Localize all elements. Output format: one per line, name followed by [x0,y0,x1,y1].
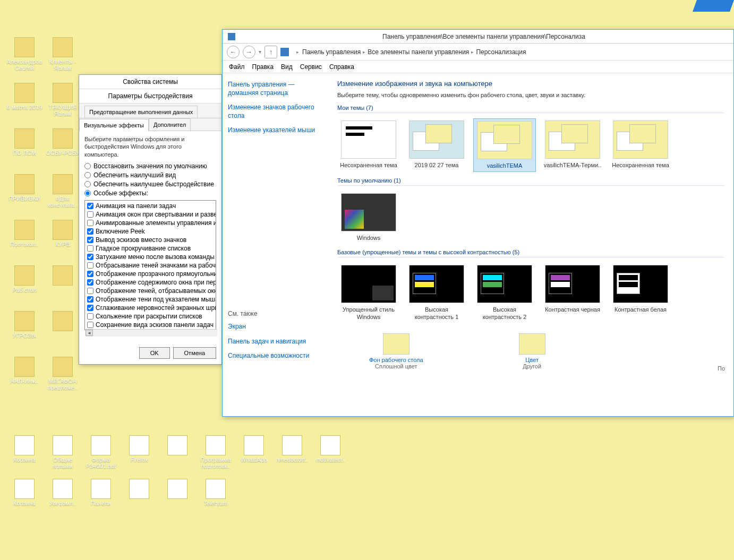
menu-file[interactable]: Файл [229,63,245,71]
cancel-button[interactable]: Отмена [173,347,216,359]
desktop-icon[interactable]: WhatsApp [235,435,273,471]
menu-help[interactable]: Справка [329,63,354,71]
desktop-icon-grid-bottom: КорзинаОбщие ярлыкиФорма Р34001.pdfFiref… [5,435,388,471]
tab-advanced[interactable]: Дополнител [149,118,191,131]
desktop-icon[interactable]: Панели [82,479,120,515]
visual-effect-checkbox[interactable]: Отображение содержимого окна при перетас… [86,278,215,287]
folder-icon [206,479,226,499]
visual-effect-checkbox[interactable]: Отображение теней, отбрасываемых окнами [86,287,215,295]
visual-effect-checkbox[interactable]: Включение Peek [86,227,215,236]
radio-best-appearance[interactable]: Обеспечить наилучший вид [84,171,216,179]
visual-effect-checkbox[interactable]: Анимация окон при свертывании и разверты… [86,210,215,219]
sidebar-mouse-pointers[interactable]: Изменение указателей мыши [228,126,323,135]
desktop-icon[interactable]: ПРИВИВКИ [5,174,44,210]
sidebar-desktop-icons[interactable]: Изменение значков рабочего стола [228,104,323,120]
more-label: По [718,365,725,372]
desktop-icon[interactable] [120,479,158,515]
desktop-icon[interactable] [158,479,197,515]
visual-effect-checkbox[interactable]: Вывод эскизов вместо значков [86,236,215,244]
radio-custom[interactable]: Особые эффекты: [84,189,216,197]
sidebar-home[interactable]: Панель управления — домашняя страница [228,81,323,97]
desktop-icon[interactable]: ННЛ-Инж.. [5,357,44,393]
visual-effect-checkbox[interactable]: Анимация на панели задач [86,202,215,210]
visual-effects-checklist[interactable]: Анимация на панели задачАнимация окон пр… [84,200,216,330]
sidebar-taskbar[interactable]: Панель задач и навигация [228,338,323,346]
desktop-icon[interactable]: Корзина [5,435,44,471]
back-button[interactable]: ← [227,46,240,58]
radio-restore-defaults[interactable]: Восстановить значения по умолчанию [84,162,216,170]
theme-item[interactable]: Высокая контрастность 2 [473,263,536,322]
desktop-icon[interactable]: ТЕКУЩИЕ Ярлык [44,83,82,119]
desktop-icon[interactable]: Программа подготовк.. [197,435,235,471]
tab-dep[interactable]: Предотвращение выполнения данных [84,106,198,118]
visual-effect-checkbox[interactable]: Гладкое прокручивание списков [86,244,215,253]
desktop-icon-grid-left: Александров СергейКлиенты - Ярлык6 марта… [5,37,82,393]
desktop-background-control[interactable]: Фон рабочего стола Сплошной цвет [369,333,423,372]
theme-item[interactable]: Контрастная белая [609,263,672,322]
theme-item[interactable]: 2019 02 27 тема [405,118,468,172]
theme-windows[interactable]: Windows [337,191,400,244]
up-button[interactable]: ↑ [264,46,277,58]
desktop-icon[interactable]: Firefox [120,435,158,471]
icon-label: УГРОЗЫ [13,332,37,339]
desktop-icon[interactable]: Telegram [197,479,235,515]
desktop-icon[interactable]: Протокол.. [5,220,44,256]
bc-control-panel[interactable]: Панель управления [302,48,361,56]
desktop-icon[interactable]: Уведомл.. [44,479,82,515]
desktop-icon[interactable]: УГРОЗЫ [5,311,44,347]
desktop-icon[interactable]: #Для консульта.. [44,174,82,210]
desktop-icon[interactable] [44,265,82,301]
visual-effect-checkbox[interactable]: Отображение тени под указателем мыши [86,295,215,304]
icon-label: ОСБУ-РСБУ [46,150,79,156]
visual-effect-checkbox[interactable]: Скольжение при раскрытии списков [86,312,215,321]
scroll-left-button[interactable]: ◄ [86,330,93,336]
desktop-icon[interactable]: Корзина [5,479,44,515]
desktop-icon[interactable]: КУРВ [44,220,82,256]
recent-dropdown[interactable]: ▾ [259,49,261,55]
desktop-icon[interactable] [44,311,82,347]
more-control[interactable]: По [718,333,725,372]
visual-effect-checkbox[interactable]: Отбрасывание теней значками на рабочем с… [86,261,215,270]
horizontal-scrollbar[interactable]: ◄ [86,329,217,337]
folder-icon [53,311,73,331]
color-control[interactable]: Цвет Другой [519,333,545,372]
desktop-icon[interactable]: Раб.стол [5,265,44,301]
theme-item[interactable]: Упрощенный стиль Windows [337,263,400,322]
theme-item[interactable]: vasilichTEMA [473,118,536,172]
sidebar-accessibility[interactable]: Специальные возможности [228,352,323,360]
radio-best-performance[interactable]: Обеспечить наилучшее быстродействие [84,180,216,188]
theme-item[interactable]: Несохраненная тема [609,118,672,172]
bc-personalization[interactable]: Персонализация [476,48,526,56]
visual-effect-checkbox[interactable]: Затухание меню после вызова команды [86,253,215,261]
desktop-icon[interactable]: motivatect.. [311,435,349,471]
desktop-icon[interactable]: ОСБУ-РСБУ [44,128,82,165]
sidebar-display[interactable]: Экран [228,323,323,331]
menu-view[interactable]: Вид [281,63,293,71]
desktop-icon[interactable]: hinedoctorf.. [273,435,311,471]
desktop-icon[interactable]: Общие ярлыки [44,435,82,471]
visual-effect-checkbox[interactable]: Сохранение вида эскизов панели задач [86,321,215,329]
desktop-icon[interactable]: Форма Р34001.pdf [82,435,120,471]
ok-button[interactable]: OK [139,347,170,359]
theme-item[interactable]: vasilichTEMA-Терми.. [541,118,604,172]
desktop-icon[interactable]: Клиенты - Ярлык [44,37,82,73]
window-titlebar[interactable]: Панель управления\Все элементы панели уп… [223,30,733,44]
theme-item[interactable]: Контрастная черная [541,263,604,322]
visual-effect-checkbox[interactable]: Сглаживание неровностей экранных шрифтов [86,304,215,312]
visual-effect-checkbox[interactable]: Отображение прозрачного прямоугольника в… [86,270,215,278]
forward-button[interactable]: → [243,46,255,58]
desktop-icon[interactable]: Александров Сергей [5,37,44,73]
tab-visual-effects[interactable]: Визуальные эффекты [79,119,149,131]
menu-service[interactable]: Сервис [300,63,322,71]
desktop-icon[interactable]: 6 марта 2019 [5,83,44,119]
folder-icon [244,435,264,455]
desktop-icon[interactable]: МЕГАФОН предложе.. [44,357,82,393]
visual-effect-checkbox[interactable]: Анимированные элементы управления и элем… [86,219,215,227]
bc-all-items[interactable]: Все элементы панели управления [368,48,469,56]
theme-item[interactable]: Высокая контрастность 1 [405,263,468,322]
menu-edit[interactable]: Правка [252,63,274,71]
desktop-icon[interactable]: ПО ЛСМ [5,128,44,165]
desktop-icon[interactable] [158,435,197,471]
breadcrumb-chevron[interactable]: ▸ [296,49,299,55]
theme-item[interactable]: Несохраненная тема [337,118,400,172]
